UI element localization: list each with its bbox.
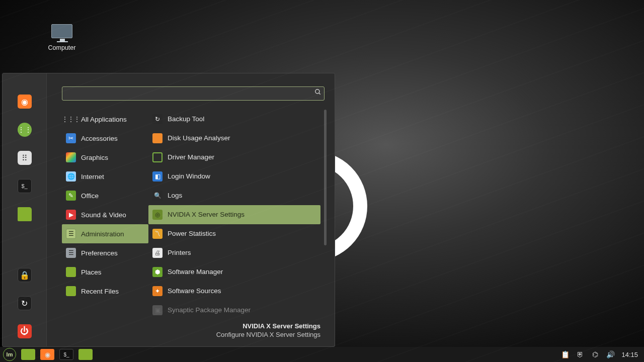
app-label: Power Statistics [168,230,216,237]
launcher-firefox[interactable]: ◉ [40,349,54,360]
folder-clock-icon [66,286,76,296]
sliders-icon: ☰ [66,248,76,258]
favorite-terminal[interactable]: $_ [18,179,32,193]
category-recent-files[interactable]: Recent Files [62,282,148,301]
scissors-icon: ✂ [66,133,76,143]
launcher-files[interactable] [21,349,35,360]
menu-status-description: NVIDIA X Server Settings Configure NVIDI… [62,320,330,342]
category-label: Graphics [81,154,108,161]
app-synaptic-package-manager[interactable]: ▣ Synaptic Package Manager [148,301,320,320]
category-preferences[interactable]: ☰ Preferences [62,243,148,262]
svg-point-0 [315,89,319,94]
grid-icon: ⋮⋮⋮ [66,114,76,124]
refresh-icon: ↻ [152,114,163,124]
session-logout[interactable]: ↻ [18,296,32,310]
svg-line-1 [319,93,320,95]
magnifier-icon: 🔍 [152,191,163,201]
category-label: Accessories [81,135,118,142]
application-list: ↻ Backup Tool Disk Usage Analyser Driver… [148,110,330,320]
app-nvidia-x-server-settings[interactable]: ◎ NVIDIA X Server Settings [148,205,320,224]
favorite-firefox[interactable]: ◉ [18,95,32,109]
category-internet[interactable]: 🌐 Internet [62,167,148,186]
box-icon: ▣ [152,305,163,315]
app-login-window[interactable]: ◧ Login Window [148,167,320,186]
category-label: All Applications [81,116,127,123]
desktop-icon-label: Computer [39,44,85,51]
app-label: Software Sources [168,287,221,295]
category-label: Places [81,268,102,276]
app-label: Software Manager [168,268,223,276]
app-label: Backup Tool [168,115,204,123]
app-label: Printers [168,249,191,256]
category-label: Recent Files [81,288,119,295]
favorite-files[interactable] [18,207,32,221]
start-menu: ◉ ⋮⋮ ⠿ $_ 🔒 ↻ ⏻ ⋮⋮⋮ A [2,73,335,347]
session-lock[interactable]: 🔒 [18,268,32,282]
start-button[interactable]: lm [3,348,16,361]
description-subtitle: Configure NVIDIA X Server Settings [71,330,320,339]
scrollbar-thumb[interactable] [324,110,327,245]
office-icon: ✎ [66,191,76,201]
pulse-icon: 〽 [152,229,163,239]
tray-clipboard-icon[interactable]: 📋 [561,350,569,358]
desktop-wallpaper[interactable]: Computer ◉ ⋮⋮ ⠿ $_ 🔒 ↻ ⏻ [0,0,644,362]
app-printers[interactable]: 🖨 Printers [148,243,320,262]
chip-icon [152,152,163,162]
application-list-scrollbar[interactable] [324,110,328,320]
search-input[interactable] [62,86,325,101]
category-label: Sound & Video [81,211,126,219]
category-label: Preferences [81,249,118,257]
favorite-applications[interactable]: ⋮⋮ [18,123,32,137]
category-places[interactable]: Places [62,262,148,282]
monitor-icon [51,24,72,38]
search-icon [314,88,321,97]
category-graphics[interactable]: Graphics [62,148,148,167]
category-administration[interactable]: ☰ Administration [62,224,148,243]
app-software-sources[interactable]: ✦ Software Sources [148,282,320,301]
app-disk-usage-analyser[interactable]: Disk Usage Analyser [148,129,320,148]
tray-shield-icon[interactable]: ⛨ [576,350,584,358]
panel-clock[interactable]: 14:15 [621,351,638,358]
category-label: Office [81,192,99,200]
app-label: Driver Manager [168,153,214,161]
app-label: Disk Usage Analyser [168,134,230,142]
favorite-settings[interactable]: ⠿ [18,151,32,165]
sources-icon: ✦ [152,286,163,296]
category-accessories[interactable]: ✂ Accessories [62,129,148,148]
category-sound-video[interactable]: ▶ Sound & Video [62,205,148,224]
category-label: Internet [81,173,104,180]
menu-body: ⋮⋮⋮ All Applications ✂ Accessories Graph… [47,73,335,346]
disk-icon [152,133,163,143]
nvidia-icon: ◎ [152,210,163,220]
app-power-statistics[interactable]: 〽 Power Statistics [148,224,320,243]
app-label: NVIDIA X Server Settings [168,211,245,218]
tray-volume-icon[interactable]: 🔊 [606,350,614,358]
launcher-files-2[interactable] [78,349,93,360]
app-driver-manager[interactable]: Driver Manager [148,148,320,167]
category-list: ⋮⋮⋮ All Applications ✂ Accessories Graph… [62,110,148,320]
favorites-sidebar: ◉ ⋮⋮ ⠿ $_ 🔒 ↻ ⏻ [3,73,47,346]
app-software-manager[interactable]: ⬢ Software Manager [148,262,320,282]
launcher-terminal[interactable]: $_ [59,349,73,360]
login-icon: ◧ [152,171,163,182]
app-label: Synaptic Package Manager [168,306,251,314]
app-backup-tool[interactable]: ↻ Backup Tool [148,110,320,129]
app-label: Login Window [168,172,210,180]
app-logs[interactable]: 🔍 Logs [148,186,320,205]
category-office[interactable]: ✎ Office [62,186,148,205]
app-label: Logs [168,192,182,199]
printer-icon: 🖨 [152,248,163,258]
category-all-applications[interactable]: ⋮⋮⋮ All Applications [62,110,148,129]
palette-icon [66,152,76,162]
category-label: Administration [81,230,124,238]
description-title: NVIDIA X Server Settings [71,322,320,331]
globe-icon: 🌐 [66,171,76,182]
taskbar-panel: lm ◉ $_ 📋 ⛨ ⌬ 🔊 14:15 [0,347,644,362]
tray-network-icon[interactable]: ⌬ [591,350,599,358]
play-icon: ▶ [66,210,76,220]
desktop-icon-computer[interactable]: Computer [39,24,85,51]
folder-icon [66,267,76,277]
session-shutdown[interactable]: ⏻ [18,324,32,338]
sliders-icon: ☰ [66,229,76,239]
package-icon: ⬢ [152,267,163,277]
